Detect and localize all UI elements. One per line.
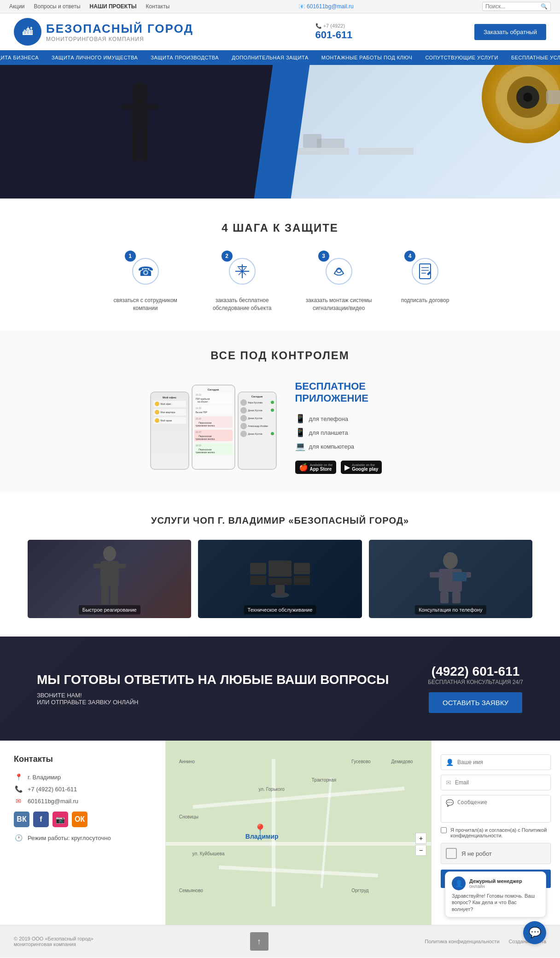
- topbar-link-3[interactable]: Контакты: [146, 3, 169, 10]
- chat-agent-info: Дежурный менеджер онлайн: [469, 878, 522, 889]
- odnoklassniki-button[interactable]: ОК: [72, 812, 88, 827]
- step-4: 4 подписать договор: [401, 253, 449, 312]
- platform-computer: 💻 для компьютера: [295, 441, 410, 451]
- consultant-figure: [423, 549, 478, 604]
- phone-mock-3: Сегодня Кира Куслова Денис Кустов Денис …: [238, 391, 277, 470]
- apple-icon: 🍎: [299, 463, 308, 472]
- security-camera: [482, 65, 560, 143]
- svg-rect-31: [250, 563, 266, 574]
- social-row: ВК f 📷 ОК: [14, 812, 152, 827]
- company-sub: мониторинговая компания: [14, 941, 93, 947]
- svg-rect-26: [100, 561, 119, 586]
- chat-message-text: Здравствуйте! Готовы помочь. Ваш вопрос?…: [452, 893, 539, 912]
- app-store-badge[interactable]: 🍎 Available on the App Store: [295, 461, 337, 474]
- email-input[interactable]: [455, 779, 546, 786]
- service-label-1: Техническое обслуживание: [244, 605, 316, 614]
- service-card-1[interactable]: Техническое обслуживание: [198, 540, 362, 618]
- svg-point-39: [443, 552, 458, 569]
- chat-header: 👤 Дежурный менеджер онлайн: [452, 876, 539, 890]
- service-card-2[interactable]: Консультация по телефону: [369, 540, 532, 618]
- nav-item-0[interactable]: ЗАЩИТА БИЗНЕСА: [0, 50, 45, 65]
- logo-sub: мониторинговая компания: [46, 36, 193, 42]
- step-2-icon-wrap: 2: [224, 253, 261, 290]
- app-store-name: App Store: [310, 467, 333, 472]
- email-text: 601611bg@mail.ru: [28, 798, 78, 805]
- services-cards: Быстрое реагирование Техническое обслужи…: [28, 540, 532, 618]
- topbar-link-0[interactable]: Акции: [9, 3, 25, 10]
- consent-text: Я прочитал(а) и согласен(а) с Политикой …: [450, 827, 551, 838]
- top-bar-links: Акции Вопросы и ответы НАШИ ПРОЕКТЫ Конт…: [9, 3, 169, 10]
- svg-rect-4: [133, 129, 139, 161]
- app-title: БЕСПЛАТНОЕ ПРИЛОЖЕНИЕ: [295, 380, 410, 405]
- search-icon: 🔍: [541, 3, 548, 10]
- platform-tablet: 📱 для планшета: [295, 427, 410, 438]
- available-on-label: Available on the: [310, 463, 333, 467]
- cta-button[interactable]: Оставить заявку: [429, 692, 522, 713]
- chat-widget: 👤 Дежурный менеджер онлайн Здравствуйте!…: [445, 871, 546, 944]
- zoom-out-button[interactable]: −: [415, 845, 426, 856]
- platform-phone-label: для телефона: [309, 415, 349, 422]
- cta-section: МЫ ГОТОВЫ ОТВЕТИТЬ НА ЛЮБЫЕ ВАШИ ВОПРОСЫ…: [0, 637, 560, 741]
- step-1: 1 ☎ связаться с сотрудником компании: [111, 253, 180, 312]
- chat-open-button[interactable]: 💬: [523, 921, 546, 944]
- form-message-field[interactable]: 💬: [441, 795, 551, 823]
- nav-item-1[interactable]: ЗАЩИТА ЛИЧНОГО ИМУЩЕСТВА: [45, 50, 144, 65]
- steps-title: 4 ШАГА К ЗАЩИТЕ: [18, 222, 542, 234]
- hero-section: [0, 65, 560, 199]
- recaptcha-box[interactable]: Я не робот: [441, 843, 551, 864]
- cta-phone-sub: БЕСПЛАТНАЯ КОНСУЛЬТАЦИЯ 24/7: [428, 679, 523, 685]
- app-store-badges: 🍎 Available on the App Store ▶ Available…: [295, 461, 410, 474]
- svg-point-0: [132, 82, 148, 103]
- topbar-link-2[interactable]: НАШИ ПРОЕКТЫ: [90, 3, 137, 10]
- footer-map[interactable]: Аннино Гусевово Демидово Сновицы Семьяно…: [166, 741, 431, 925]
- step-4-icon-wrap: 4: [407, 253, 443, 290]
- message-input[interactable]: [457, 799, 546, 812]
- search-box: 🔍: [482, 2, 551, 11]
- header-phone-number: 601-611: [315, 29, 353, 41]
- name-input[interactable]: [457, 759, 546, 765]
- service-card-0[interactable]: Быстрое реагирование: [28, 540, 191, 618]
- callback-button[interactable]: Заказать обратный: [474, 24, 546, 40]
- topbar-link-1[interactable]: Вопросы и ответы: [34, 3, 81, 10]
- nav-item-4[interactable]: МОНТАЖНЫЕ РАБОТЫ ПОД КЛЮЧ: [315, 50, 419, 65]
- facebook-button[interactable]: f: [33, 812, 49, 827]
- map-zoom-controls: + −: [415, 833, 426, 856]
- svg-rect-38: [275, 585, 285, 595]
- phone-screen-3: Сегодня Кира Куслова Денис Кустов Денис …: [239, 392, 276, 469]
- phones-mockup: Мой офис Мой офис Мои квартира Мой гараж…: [150, 385, 277, 470]
- services-title: УСЛУГИ ЧОП Г. ВЛАДИМИР «БЕЗОПАСНЫЙ ГОРОД…: [28, 515, 532, 526]
- contact-email: ✉ 601611bg@mail.ru: [14, 797, 152, 805]
- step-4-text: подписать договор: [401, 297, 449, 304]
- cta-sub: ЗВОНИТЕ НАМ! ИЛИ ОТПРАВЬТЕ ЗАЯВКУ ОНЛАЙН: [37, 692, 389, 706]
- message-icon: 💬: [446, 799, 454, 806]
- instagram-button[interactable]: 📷: [52, 812, 68, 827]
- google-play-badge[interactable]: ▶ Available on the Google play: [341, 461, 382, 474]
- form-name-field[interactable]: 👤: [441, 754, 551, 770]
- contact-address: 📍 г. Владимир: [14, 773, 152, 781]
- google-play-name: Google play: [352, 467, 378, 472]
- search-input[interactable]: [485, 3, 541, 10]
- phone-platform-icon: 📱: [295, 414, 305, 424]
- nav-item-6[interactable]: БЕСПЛАТНЫЕ УСЛУГИ: [505, 50, 560, 65]
- recaptcha-checkbox[interactable]: [446, 848, 457, 859]
- zoom-in-button[interactable]: +: [415, 833, 426, 844]
- services-section: УСЛУГИ ЧОП Г. ВЛАДИМИР «БЕЗОПАСНЫЙ ГОРОД…: [0, 492, 560, 637]
- svg-rect-45: [453, 572, 467, 581]
- nav-item-3[interactable]: ДОПОЛНИТЕЛЬНАЯ ЗАЩИТА: [225, 50, 315, 65]
- vk-button[interactable]: ВК: [14, 812, 29, 827]
- control-section: ВСЕ ПОД КОНТРОЛЕМ Мой офис Мой офис Мои …: [0, 331, 560, 493]
- topbar-email: 📧 601611bg@mail.ru: [298, 3, 354, 10]
- platform-computer-label: для компьютера: [309, 443, 355, 450]
- scroll-top-button[interactable]: ↑: [250, 932, 268, 951]
- form-email-field[interactable]: ✉: [441, 775, 551, 790]
- nav-item-5[interactable]: СОПУТСТВУЮЩИЕ УСЛУГИ: [419, 50, 505, 65]
- platform-phone: 📱 для телефона: [295, 414, 410, 424]
- nav-item-2[interactable]: ЗАЩИТА ПРОИЗВОДСТВА: [144, 50, 225, 65]
- step-3-text: заказать монтаж системы сигнализации/вид…: [304, 297, 373, 312]
- consent-checkbox[interactable]: [441, 827, 447, 833]
- clock-icon: 🕐: [14, 834, 23, 841]
- logo-name: БЕЗОПАСНЫЙ ГОРОД: [46, 22, 193, 36]
- svg-point-20: [412, 258, 438, 284]
- svg-rect-29: [101, 586, 109, 605]
- email-icon: ✉: [14, 797, 23, 805]
